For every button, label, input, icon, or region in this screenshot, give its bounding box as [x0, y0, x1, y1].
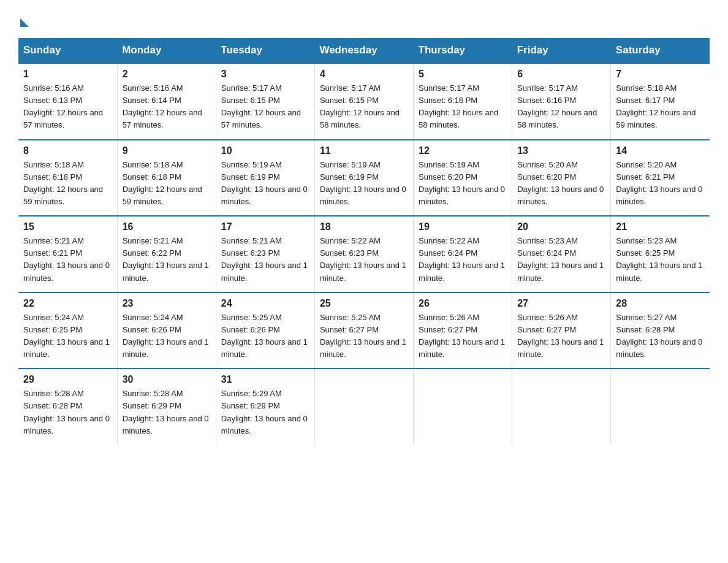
day-info: Sunrise: 5:17 AM Sunset: 6:16 PM Dayligh… [517, 82, 605, 132]
day-number: 15 [23, 221, 112, 232]
day-number: 22 [23, 298, 112, 309]
calendar-cell: 24 Sunrise: 5:25 AM Sunset: 6:26 PM Dayl… [216, 293, 314, 369]
day-number: 14 [616, 145, 705, 156]
day-number: 9 [123, 145, 211, 156]
day-number: 5 [419, 69, 507, 80]
calendar-cell: 28 Sunrise: 5:27 AM Sunset: 6:28 PM Dayl… [611, 293, 710, 369]
day-number: 4 [320, 69, 408, 80]
day-info: Sunrise: 5:21 AM Sunset: 6:22 PM Dayligh… [123, 235, 211, 285]
day-number: 27 [517, 298, 605, 309]
day-info: Sunrise: 5:21 AM Sunset: 6:21 PM Dayligh… [23, 235, 112, 285]
calendar-cell: 22 Sunrise: 5:24 AM Sunset: 6:25 PM Dayl… [18, 293, 117, 369]
calendar-day-header: Tuesday [216, 38, 314, 63]
calendar-cell [512, 369, 611, 445]
calendar-cell: 17 Sunrise: 5:21 AM Sunset: 6:23 PM Dayl… [216, 216, 314, 293]
calendar-cell: 29 Sunrise: 5:28 AM Sunset: 6:28 PM Dayl… [18, 369, 117, 445]
day-info: Sunrise: 5:24 AM Sunset: 6:25 PM Dayligh… [23, 312, 112, 361]
day-number: 7 [616, 69, 705, 80]
calendar-cell: 3 Sunrise: 5:17 AM Sunset: 6:15 PM Dayli… [216, 63, 314, 140]
page-header [18, 12, 710, 32]
day-number: 13 [517, 145, 605, 156]
calendar-week-row: 1 Sunrise: 5:16 AM Sunset: 6:13 PM Dayli… [18, 63, 710, 140]
calendar-table: SundayMondayTuesdayWednesdayThursdayFrid… [18, 38, 710, 445]
calendar-week-row: 29 Sunrise: 5:28 AM Sunset: 6:28 PM Dayl… [18, 369, 710, 445]
day-info: Sunrise: 5:28 AM Sunset: 6:29 PM Dayligh… [123, 388, 211, 437]
day-info: Sunrise: 5:22 AM Sunset: 6:24 PM Dayligh… [419, 235, 507, 285]
day-number: 23 [123, 298, 211, 309]
calendar-week-row: 8 Sunrise: 5:18 AM Sunset: 6:18 PM Dayli… [18, 140, 710, 216]
day-number: 12 [419, 145, 507, 156]
calendar-cell: 18 Sunrise: 5:22 AM Sunset: 6:23 PM Dayl… [314, 216, 413, 293]
calendar-cell: 31 Sunrise: 5:29 AM Sunset: 6:29 PM Dayl… [216, 369, 314, 445]
logo-blue-container [18, 18, 29, 32]
calendar-cell: 7 Sunrise: 5:18 AM Sunset: 6:17 PM Dayli… [611, 63, 710, 140]
calendar-cell: 11 Sunrise: 5:19 AM Sunset: 6:19 PM Dayl… [314, 140, 413, 216]
calendar-cell: 4 Sunrise: 5:17 AM Sunset: 6:15 PM Dayli… [314, 63, 413, 140]
calendar-cell: 2 Sunrise: 5:16 AM Sunset: 6:14 PM Dayli… [117, 63, 216, 140]
calendar-cell: 6 Sunrise: 5:17 AM Sunset: 6:16 PM Dayli… [512, 63, 611, 140]
calendar-cell: 21 Sunrise: 5:23 AM Sunset: 6:25 PM Dayl… [611, 216, 710, 293]
day-number: 17 [221, 221, 309, 232]
day-number: 11 [320, 145, 408, 156]
day-number: 8 [23, 145, 112, 156]
calendar-cell: 15 Sunrise: 5:21 AM Sunset: 6:21 PM Dayl… [18, 216, 117, 293]
day-info: Sunrise: 5:26 AM Sunset: 6:27 PM Dayligh… [517, 312, 605, 361]
day-info: Sunrise: 5:18 AM Sunset: 6:17 PM Dayligh… [616, 82, 705, 132]
calendar-cell: 9 Sunrise: 5:18 AM Sunset: 6:18 PM Dayli… [117, 140, 216, 216]
calendar-cell [611, 369, 710, 445]
calendar-cell: 25 Sunrise: 5:25 AM Sunset: 6:27 PM Dayl… [314, 293, 413, 369]
day-info: Sunrise: 5:19 AM Sunset: 6:20 PM Dayligh… [419, 159, 507, 209]
calendar-week-row: 22 Sunrise: 5:24 AM Sunset: 6:25 PM Dayl… [18, 293, 710, 369]
day-info: Sunrise: 5:17 AM Sunset: 6:15 PM Dayligh… [221, 82, 309, 132]
day-number: 20 [517, 221, 605, 232]
day-number: 1 [23, 69, 112, 80]
day-number: 31 [221, 374, 309, 385]
calendar-cell: 27 Sunrise: 5:26 AM Sunset: 6:27 PM Dayl… [512, 293, 611, 369]
day-info: Sunrise: 5:25 AM Sunset: 6:26 PM Dayligh… [221, 312, 309, 361]
calendar-day-header: Thursday [414, 38, 512, 63]
day-info: Sunrise: 5:25 AM Sunset: 6:27 PM Dayligh… [320, 312, 408, 361]
calendar-day-header: Monday [117, 38, 216, 63]
logo-triangle-icon [20, 18, 29, 27]
day-info: Sunrise: 5:19 AM Sunset: 6:19 PM Dayligh… [320, 159, 408, 209]
day-info: Sunrise: 5:23 AM Sunset: 6:24 PM Dayligh… [517, 235, 605, 285]
day-info: Sunrise: 5:29 AM Sunset: 6:29 PM Dayligh… [221, 388, 309, 437]
day-number: 30 [123, 374, 211, 385]
day-info: Sunrise: 5:22 AM Sunset: 6:23 PM Dayligh… [320, 235, 408, 285]
day-info: Sunrise: 5:18 AM Sunset: 6:18 PM Dayligh… [23, 159, 112, 209]
calendar-body: 1 Sunrise: 5:16 AM Sunset: 6:13 PM Dayli… [18, 63, 710, 445]
day-info: Sunrise: 5:27 AM Sunset: 6:28 PM Dayligh… [616, 312, 705, 361]
day-info: Sunrise: 5:24 AM Sunset: 6:26 PM Dayligh… [123, 312, 211, 361]
day-info: Sunrise: 5:20 AM Sunset: 6:20 PM Dayligh… [517, 159, 605, 209]
day-number: 25 [320, 298, 408, 309]
day-info: Sunrise: 5:17 AM Sunset: 6:15 PM Dayligh… [320, 82, 408, 132]
calendar-cell: 14 Sunrise: 5:20 AM Sunset: 6:21 PM Dayl… [611, 140, 710, 216]
day-info: Sunrise: 5:18 AM Sunset: 6:18 PM Dayligh… [123, 159, 211, 209]
calendar-day-header: Sunday [18, 38, 117, 63]
day-number: 18 [320, 221, 408, 232]
day-number: 26 [419, 298, 507, 309]
day-number: 16 [123, 221, 211, 232]
logo [18, 12, 29, 32]
calendar-cell: 23 Sunrise: 5:24 AM Sunset: 6:26 PM Dayl… [117, 293, 216, 369]
calendar-day-header: Wednesday [314, 38, 413, 63]
calendar-cell: 1 Sunrise: 5:16 AM Sunset: 6:13 PM Dayli… [18, 63, 117, 140]
day-number: 29 [23, 374, 112, 385]
day-info: Sunrise: 5:17 AM Sunset: 6:16 PM Dayligh… [419, 82, 507, 132]
day-number: 3 [221, 69, 309, 80]
calendar-cell [414, 369, 512, 445]
calendar-cell: 13 Sunrise: 5:20 AM Sunset: 6:20 PM Dayl… [512, 140, 611, 216]
calendar-cell: 5 Sunrise: 5:17 AM Sunset: 6:16 PM Dayli… [414, 63, 512, 140]
day-info: Sunrise: 5:23 AM Sunset: 6:25 PM Dayligh… [616, 235, 705, 285]
calendar-header: SundayMondayTuesdayWednesdayThursdayFrid… [18, 38, 710, 63]
calendar-day-header: Friday [512, 38, 611, 63]
day-info: Sunrise: 5:26 AM Sunset: 6:27 PM Dayligh… [419, 312, 507, 361]
day-number: 2 [123, 69, 211, 80]
day-number: 21 [616, 221, 705, 232]
calendar-week-row: 15 Sunrise: 5:21 AM Sunset: 6:21 PM Dayl… [18, 216, 710, 293]
day-number: 10 [221, 145, 309, 156]
day-info: Sunrise: 5:21 AM Sunset: 6:23 PM Dayligh… [221, 235, 309, 285]
day-info: Sunrise: 5:28 AM Sunset: 6:28 PM Dayligh… [23, 388, 112, 437]
day-info: Sunrise: 5:20 AM Sunset: 6:21 PM Dayligh… [616, 159, 705, 209]
calendar-cell: 8 Sunrise: 5:18 AM Sunset: 6:18 PM Dayli… [18, 140, 117, 216]
